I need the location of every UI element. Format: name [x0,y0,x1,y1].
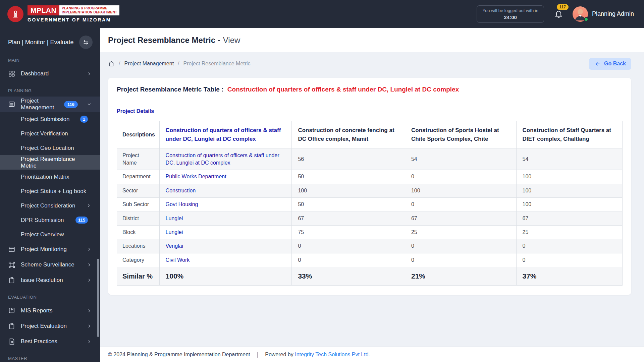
sidebar-item-issue-resolution[interactable]: Issue Resolution [0,273,100,288]
sidebar-item-mis-reports[interactable]: MIS Reports [0,303,100,318]
row-label: Sector [117,184,160,197]
sidebar: Plan | Monitor | Evaluate MAIN Dashboard [0,28,100,362]
similar-percent-value: 37% [516,267,623,285]
sidebar-item-project-monitoring[interactable]: Project Monitoring [0,242,100,257]
metric-value: 50 [292,170,405,184]
go-back-button[interactable]: Go Back [589,58,631,70]
cell-link[interactable]: Construction [166,188,196,193]
sidebar-item-project-verification[interactable]: Project Verification [0,126,100,141]
sidebar-item-label: Project Overview [21,231,91,238]
table-row: Sector Construction 100 100 100 [117,184,623,197]
brand-government: GOVERNMENT OF MIZORAM [28,17,119,22]
footer: © 2024 Planning & Programme Implementati… [100,347,644,362]
clipboard-icon [8,322,15,330]
row-label: Similar % [117,267,160,285]
home-icon[interactable] [108,60,115,67]
metric-value: 0 [292,239,405,253]
page-title-mode: View [223,36,240,45]
metric-value: 100 [292,184,405,197]
row-label: Project Name [117,148,160,170]
metric-value: 67 [516,212,623,225]
chevron-right-icon [87,308,92,313]
column-header-selected-project: Construction of quarters of officers & s… [159,121,292,149]
cell-link[interactable]: Public Works Department [166,174,226,179]
table-row: Locations Venglai 0 0 0 [117,239,623,253]
similar-percent-value: 100% [159,267,292,285]
similar-percent-value: 33% [292,267,405,285]
sidebar-scrollbar[interactable] [97,259,99,337]
card-body: Project Details Descriptions Constructio… [108,100,631,295]
sidebar-item-project-status-log-book[interactable]: Project Status + Log book [0,184,100,198]
bell-icon [554,9,563,18]
logout-countdown-notice: You will be logged out with in 24:00 [477,5,544,23]
breadcrumb-project-management[interactable]: Project Management [124,61,174,67]
footer-powered-prefix: Powered by [265,352,293,357]
breadcrumb-separator: / [119,61,120,67]
sidebar-item-label: Dashboard [21,70,81,77]
sidebar-item-project-consideration[interactable]: Project Consideration [0,198,100,213]
mizoram-emblem-icon [7,6,23,22]
cell-link[interactable]: Civil Work [166,257,190,263]
sidebar-item-project-resemblance-metric[interactable]: Project Resemblance Metric [0,155,100,170]
topbar: MPLAN PLANNING & PROGRAMME IMPLEMENTATIO… [0,0,644,28]
swap-arrows-icon [83,39,89,46]
card-heading-prefix: Project Resemblance Metric Table : [117,86,224,93]
page-titlebar: Project Resemblance Metric - View [100,28,644,52]
cell-link[interactable]: Lunglei [166,229,183,235]
footer-vendor-link[interactable]: Integrity Tech Solutions Pvt Ltd. [295,352,370,357]
footer-separator: | [257,351,259,358]
sidebar-item-label: Project Geo Location [21,145,91,152]
metric-value: 67 [292,212,405,225]
table-row: Block Lunglei 75 25 25 [117,226,623,239]
row-label: Sub Sector [117,198,160,212]
list-box-icon [8,101,15,108]
metric-value: 100 [516,198,623,212]
cell-link[interactable]: Construction of quarters of officers & s… [166,153,279,166]
column-header: Construction of Sports Hostel at Chite S… [405,121,516,149]
card-heading: Project Resemblance Metric Table : Const… [108,78,631,100]
sidebar-item-label: Project Evaluation [21,323,81,329]
table-header-row: Descriptions Construction of quarters of… [117,121,623,149]
cell-link[interactable]: Govt Housing [166,201,198,207]
breadcrumb-separator: / [178,61,179,67]
sidebar-item-dashboard[interactable]: Dashboard [0,66,100,81]
metric-value: 75 [292,226,405,239]
brand-dept-line2: IMPLEMENTATION DEPARTMENT [62,10,117,14]
cell-link[interactable]: Venglai [166,243,183,249]
brand-department: PLANNING & PROGRAMME IMPLEMENTATION DEPA… [59,5,119,15]
sidebar-item-project-overview[interactable]: Project Overview [0,227,100,242]
breadcrumb-current-page: Project Resemblance Metric [183,61,251,67]
sidebar-item-scheme-surveillance[interactable]: Scheme Surveillance [0,257,100,273]
chevron-right-icon [87,339,92,344]
sidebar-item-label: Project Resemblance Metric [21,156,91,169]
similar-percent-value: 21% [405,267,516,285]
sidebar-item-project-management[interactable]: Project Management 116 [0,97,100,112]
arrow-left-icon [594,61,601,67]
table-row: Project Name Construction of quarters of… [117,148,623,170]
content-area: / Project Management / Project Resemblan… [100,52,644,347]
brand-logo: MPLAN PLANNING & PROGRAMME IMPLEMENTATIO… [7,5,119,22]
sidebar-item-label: Project Verification [21,130,91,137]
sidebar-item-best-practices[interactable]: Best Practices [0,334,100,349]
sidebar-item-prioritization-matrix[interactable]: Prioritization Matrix [0,170,100,184]
notifications-button[interactable]: 117 [554,9,563,18]
count-badge: 116 [64,101,78,108]
brand-dept-line1: PLANNING & PROGRAMME [62,6,117,10]
topbar-right: You will be logged out with in 24:00 117 [477,5,634,23]
sidebar-item-project-geo-location[interactable]: Project Geo Location [0,141,100,155]
cell-link[interactable]: Lunglei [166,216,183,221]
row-label: Locations [117,239,160,253]
app-root: MPLAN PLANNING & PROGRAMME IMPLEMENTATIO… [0,0,644,362]
sidebar-item-label: Prioritization Matrix [21,174,91,180]
sidebar-item-label: Project Management [21,98,59,111]
sidebar-item-project-evaluation[interactable]: Project Evaluation [0,318,100,334]
row-label: Department [117,170,160,184]
chevron-right-icon [87,247,92,252]
user-menu[interactable]: Planning Admin [573,6,634,22]
row-label: District [117,212,160,225]
sidebar-item-dpr-submission[interactable]: DPR Submission 115 [0,213,100,227]
sidebar-item-project-submission[interactable]: Project Submission 1 [0,112,100,126]
card-heading-project-name: Construction of quarters of officers & s… [227,86,459,93]
file-badge-icon [8,338,15,345]
sidebar-collapse-button[interactable] [79,36,93,49]
